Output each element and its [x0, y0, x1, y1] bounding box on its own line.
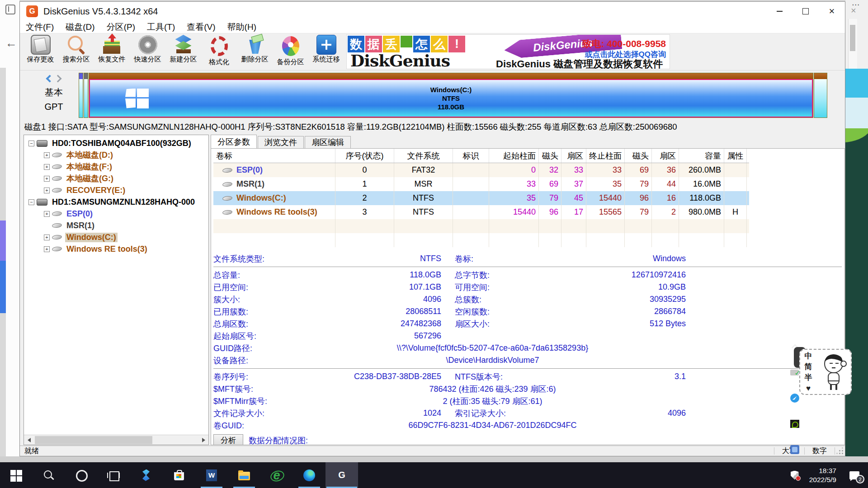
toolbar-format[interactable]: 格式化	[201, 35, 237, 69]
taskbar-edge[interactable]	[293, 462, 326, 488]
taskbar-diskgenius[interactable]: G	[326, 462, 358, 488]
tab-3[interactable]: 扇区编辑	[305, 136, 351, 148]
sogou-ime-panel[interactable]: 中简半♥	[799, 349, 852, 395]
close-button[interactable]: ×	[819, 2, 845, 21]
divider	[213, 368, 842, 369]
advert-banner[interactable]: 数据丢怎么! DiskGenius DiskGenius 致电: 400-008…	[346, 34, 670, 69]
tray-intel-graphics[interactable]	[787, 436, 803, 462]
scroll-right-icon[interactable]	[198, 435, 208, 445]
table-row[interactable]: Windows(C:)2NTFS357945154409616118.0GB	[213, 191, 749, 205]
taskbar-store[interactable]	[163, 462, 195, 488]
ime-status-char[interactable]: 半	[805, 372, 812, 383]
expand-icon[interactable]: +	[44, 246, 50, 252]
scrollbar-thumb[interactable]	[35, 436, 152, 444]
taskbar-lightning-app[interactable]	[130, 462, 163, 488]
partition-cell-windows-selected[interactable]: Windows(C:) NTFS 118.0GB	[89, 73, 813, 118]
cell: 2	[652, 205, 679, 219]
expand-icon[interactable]: +	[44, 152, 50, 158]
detail-label: 卷序列号:	[213, 371, 299, 382]
taskbar-cortana[interactable]	[65, 462, 98, 488]
expand-icon[interactable]: +	[44, 211, 50, 217]
detail-value: NTFS	[299, 254, 441, 263]
toolbar-backup-partition[interactable]: 备份分区	[273, 35, 308, 69]
slogan-tile: !	[448, 36, 465, 52]
taskbar-ie[interactable]: e	[260, 462, 293, 488]
slogan-tile	[401, 36, 412, 47]
tab-1[interactable]: 分区参数	[211, 135, 257, 148]
next-disk-icon[interactable]	[54, 75, 62, 83]
tree-item-hd1-samsungmznln128hahq-000[interactable]: −HD1:SAMSUNGMZNLN128HAHQ-000	[24, 196, 208, 208]
table-row[interactable]: MSR(1)1MSR33693735794416.0MB	[213, 177, 749, 191]
detail-value: C238-DB37-38DB-28E5	[299, 372, 441, 381]
detail-value: 2 (柱面:35 磁头:79 扇区:61)	[299, 396, 686, 407]
partition-cell-recovery[interactable]	[814, 73, 827, 118]
table-row[interactable]: ESP(0)0FAT3203233336936260.0MB	[213, 163, 749, 177]
tree-item-windows-c-[interactable]: +Windows(C:)	[24, 231, 208, 243]
scroll-left-icon[interactable]	[24, 435, 34, 445]
tray-nvidia[interactable]	[787, 411, 803, 436]
cell	[453, 191, 489, 205]
partition-cell-esp[interactable]	[79, 73, 83, 118]
expand-icon[interactable]: +	[44, 176, 50, 182]
ime-status-char[interactable]: 中	[805, 351, 812, 361]
ime-status-char[interactable]: 简	[805, 361, 812, 372]
table-row[interactable]: Windows RE tools(3)3NTFS1544096171556579…	[213, 205, 749, 219]
taskbar-clock[interactable]: 18:37 2022/5/9	[803, 466, 841, 484]
menu-item[interactable]: 工具(T)	[141, 21, 181, 33]
tab-2[interactable]: 浏览文件	[258, 136, 304, 148]
tree-item-hd0-toshibamq04abf100-932gb-[interactable]: −HD0:TOSHIBAMQ04ABF100(932GB)	[24, 137, 208, 149]
tree-item-msr-1-[interactable]: MSR(1)	[24, 220, 208, 231]
expand-icon[interactable]: +	[44, 188, 50, 193]
partition-icon	[222, 195, 233, 201]
toolbar-save-changes[interactable]: 保存更改	[23, 35, 58, 69]
taskbar-word[interactable]: W	[195, 462, 228, 488]
desktop-strip	[0, 261, 6, 313]
expand-icon[interactable]: +	[44, 235, 50, 240]
maximize-button[interactable]	[793, 2, 819, 21]
expand-icon[interactable]: +	[44, 164, 50, 170]
menu-item[interactable]: 磁盘(D)	[60, 21, 100, 33]
toolbar-search-partition[interactable]: 搜索分区	[58, 35, 94, 69]
partition-icon	[52, 164, 62, 169]
tree-item--d-[interactable]: +本地磁盘(D:)	[24, 149, 208, 161]
detail-row: 卷GUID:66D9C7F6-8231-4D34-AD67-201D26DC94…	[213, 419, 842, 432]
tray-defender[interactable]	[787, 462, 803, 488]
banner-brand: DiskGenius	[350, 51, 450, 69]
menu-item[interactable]: 文件(F)	[20, 21, 60, 33]
toolbar-delete-partition[interactable]: 删除分区	[237, 35, 273, 69]
column-header: 序号(状态)	[335, 149, 394, 163]
minimize-button[interactable]	[766, 2, 793, 21]
taskbar-start[interactable]	[0, 462, 33, 488]
notification-center-button[interactable]: 2	[841, 462, 868, 488]
menu-item[interactable]: 帮助(H)	[222, 21, 262, 33]
tree-item-esp-0-[interactable]: +ESP(0)	[24, 208, 208, 220]
taskbar-task-view[interactable]	[98, 462, 130, 488]
menu-item[interactable]: 查看(V)	[181, 21, 221, 33]
taskbar-file-explorer[interactable]	[228, 462, 260, 488]
tree-item--f-[interactable]: +本地磁盘(F:)	[24, 161, 208, 173]
horizontal-scrollbar[interactable]	[24, 435, 208, 445]
taskbar-search[interactable]	[33, 462, 65, 488]
analyze-button[interactable]: 分析	[213, 434, 243, 445]
disk-switcher[interactable]: 基本 GPT	[33, 75, 74, 112]
scrollbar-track[interactable]	[34, 435, 198, 445]
partition-cell-msr[interactable]	[84, 73, 88, 118]
resize-grip[interactable]	[836, 447, 844, 455]
prev-disk-icon[interactable]	[46, 75, 54, 83]
ime-status-char[interactable]: ♥	[806, 383, 811, 394]
menu-item[interactable]: 分区(P)	[101, 21, 141, 33]
toolbar-system-migration[interactable]: 系统迁移	[308, 35, 344, 69]
toolbar-recover-files[interactable]: 恢复文件	[94, 35, 130, 69]
collapse-icon[interactable]: −	[28, 199, 34, 205]
tree-item-windows-re-tools-3-[interactable]: +Windows RE tools(3)	[24, 243, 208, 255]
toolbar-new-partition[interactable]: 新建分区	[165, 35, 201, 69]
toolbar-quick-partition[interactable]: 快速分区	[130, 35, 165, 69]
empty-row	[213, 233, 749, 247]
tab-bar: 分区参数浏览文件扇区编辑	[211, 135, 845, 148]
cell: 96	[539, 205, 561, 219]
tree-item-recovery-e-[interactable]: +RECOVERY(E:)	[24, 184, 208, 196]
cell	[724, 191, 747, 205]
collapse-icon[interactable]: −	[28, 141, 34, 146]
tree-item--g-[interactable]: +本地磁盘(G:)	[24, 173, 208, 184]
partition-parameters-view: 卷标序号(状态)文件系统标识起始柱面磁头扇区终止柱面磁头扇区容量属性 ESP(0…	[211, 148, 845, 445]
